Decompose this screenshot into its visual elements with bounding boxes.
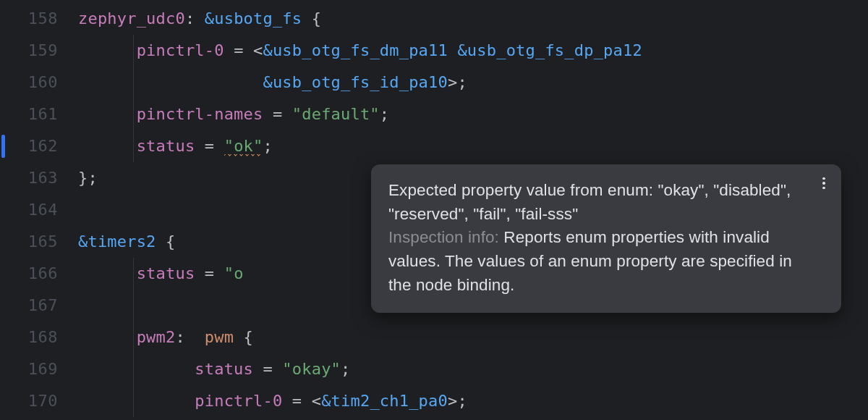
line-number[interactable]: 169 — [0, 353, 78, 385]
code-line[interactable]: &usb_otg_fs_id_pa10>; — [78, 67, 868, 98]
line-number[interactable]: 167 — [0, 290, 78, 322]
string-literal-warning[interactable]: "ok" — [224, 137, 263, 156]
line-number[interactable]: 160 — [0, 67, 78, 98]
code-line[interactable]: pinctrl-names = "default"; — [78, 98, 868, 130]
node-label: pwm2 — [137, 328, 176, 346]
phandle-ref: &usb_otg_fs_dm_pa11 — [263, 41, 447, 59]
line-number[interactable]: 158 — [0, 3, 78, 35]
phandle-ref: &usb_otg_fs_id_pa10 — [263, 73, 447, 91]
code-line[interactable]: pinctrl-0 = <&usb_otg_fs_dm_pa11 &usb_ot… — [78, 35, 868, 67]
code-area[interactable]: zephyr_udc0: &usbotg_fs { pinctrl-0 = <&… — [78, 0, 868, 420]
kebab-dot — [822, 177, 825, 180]
line-number[interactable]: 161 — [0, 98, 78, 130]
code-line[interactable]: status = "ok"; — [78, 130, 868, 162]
code-line[interactable]: status = "okay"; — [78, 353, 868, 385]
property-name: pinctrl-0 — [195, 392, 282, 410]
phandle-ref: &usb_otg_fs_dp_pa12 — [457, 41, 642, 59]
string-literal: "default" — [292, 105, 380, 123]
code-line[interactable]: pwm2: pwm { — [78, 322, 868, 353]
property-name: status — [195, 360, 253, 378]
property-name: status — [137, 264, 195, 282]
line-number[interactable]: 165 — [0, 226, 78, 258]
line-number-gutter: 158159160161162163164165166167168169170 — [0, 0, 78, 420]
kebab-dot — [822, 187, 825, 190]
line-number[interactable]: 162 — [0, 130, 78, 162]
code-line[interactable]: pinctrl-0 = <&tim2_ch1_pa0>; — [78, 385, 868, 417]
tooltip-more-actions[interactable] — [817, 175, 831, 192]
code-line[interactable]: zephyr_udc0: &usbotg_fs { — [78, 3, 868, 35]
property-name: pinctrl-0 — [137, 41, 224, 59]
code-editor: 158159160161162163164165166167168169170 … — [0, 0, 868, 420]
line-number[interactable]: 170 — [0, 385, 78, 417]
kebab-dot — [822, 182, 825, 185]
inspection-info-label: Inspection info: — [388, 228, 499, 246]
line-number[interactable]: 159 — [0, 35, 78, 67]
string-literal: "okay" — [282, 360, 341, 378]
line-number[interactable]: 166 — [0, 258, 78, 290]
node-ref: &usbotg_fs — [205, 9, 302, 28]
property-name: pinctrl-names — [137, 105, 263, 123]
phandle-ref: &tim2_ch1_pa0 — [321, 392, 448, 410]
property-name: status — [137, 137, 195, 155]
node-label: zephyr_udc0 — [78, 9, 185, 28]
node-name: pwm — [205, 328, 234, 346]
line-number[interactable]: 163 — [0, 162, 78, 194]
tooltip-message: Expected property value from enum: "okay… — [388, 181, 791, 223]
line-number[interactable]: 164 — [0, 194, 78, 226]
inspection-tooltip: Expected property value from enum: "okay… — [371, 164, 841, 313]
node-ref: &timers2 — [78, 232, 156, 251]
line-number[interactable]: 168 — [0, 322, 78, 353]
string-literal: "o — [224, 264, 244, 282]
